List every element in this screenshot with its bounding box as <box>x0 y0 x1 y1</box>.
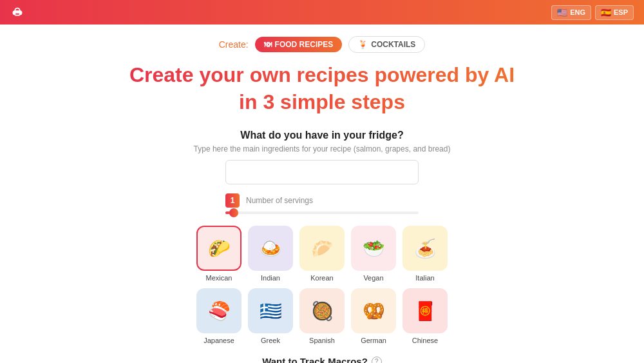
cuisine-row-1: 🌮 Mexican 🍛 Indian 🥟 Korean 🥗 <box>196 226 448 282</box>
cuisine-label-mexican: Mexican <box>206 274 232 282</box>
cocktail-icon: 🍹 <box>358 40 368 49</box>
macros-title: Want to Track Macros? ? <box>262 356 382 363</box>
servings-container: 1 Number of servings <box>225 193 419 214</box>
main-content: Create: 🍽 FOOD RECIPES 🍹 COCKTAILS Creat… <box>0 25 644 363</box>
cuisine-german[interactable]: 🥨 German <box>351 288 396 344</box>
fridge-title: What do you have in your fridge? <box>240 130 403 141</box>
header: 🇺🇸 ENG 🇪🇸 ESP <box>0 0 644 25</box>
fridge-input[interactable] <box>225 160 419 184</box>
cuisine-card-chinese[interactable]: 🧧 <box>402 288 448 333</box>
servings-header: 1 Number of servings <box>225 193 419 208</box>
mexican-icon: 🌮 <box>208 238 231 259</box>
greek-icon: 🇬🇷 <box>260 300 282 322</box>
cuisine-greek[interactable]: 🇬🇷 Greek <box>248 288 293 344</box>
italian-icon: 🍝 <box>414 238 437 259</box>
servings-slider-track[interactable] <box>225 211 419 214</box>
lang-esp-button[interactable]: 🇪🇸 ESP <box>595 5 634 20</box>
logo <box>10 5 24 19</box>
cuisine-label-german: German <box>361 337 386 344</box>
cuisine-spanish[interactable]: 🥘 Spanish <box>299 288 345 344</box>
cuisine-korean[interactable]: 🥟 Korean <box>299 226 345 282</box>
cocktails-button[interactable]: 🍹 COCKTAILS <box>348 36 425 53</box>
servings-label: Number of servings <box>246 196 313 205</box>
cocktails-label: COCKTAILS <box>371 40 415 49</box>
cuisine-grid: 🌮 Mexican 🍛 Indian 🥟 Korean 🥗 <box>196 226 448 344</box>
food-recipes-button[interactable]: 🍽 FOOD RECIPES <box>255 37 343 52</box>
cuisine-card-spanish[interactable]: 🥘 <box>299 288 345 333</box>
cuisine-label-italian: Italian <box>415 274 434 282</box>
macros-info-button[interactable]: ? <box>372 357 382 363</box>
chef-hat-icon <box>10 5 24 19</box>
japanese-icon: 🍣 <box>208 300 231 322</box>
cuisine-label-korean: Korean <box>310 274 333 282</box>
hero-title-line2: in 3 simple steps <box>239 90 405 113</box>
cuisine-card-indian[interactable]: 🍛 <box>248 226 293 271</box>
create-bar: Create: 🍽 FOOD RECIPES 🍹 COCKTAILS <box>219 36 426 53</box>
cuisine-label-greek: Greek <box>261 337 280 344</box>
slider-thumb <box>229 208 238 217</box>
esp-label: ESP <box>614 8 628 16</box>
cuisine-label-indian: Indian <box>261 274 280 282</box>
cuisine-label-japanese: Japanese <box>204 337 234 344</box>
language-switcher: 🇺🇸 ENG 🇪🇸 ESP <box>551 5 634 20</box>
vegan-icon: 🥗 <box>363 238 385 259</box>
cuisine-chinese[interactable]: 🧧 Chinese <box>402 288 448 344</box>
es-flag-icon: 🇪🇸 <box>601 8 611 17</box>
lang-eng-button[interactable]: 🇺🇸 ENG <box>551 5 591 20</box>
food-icon: 🍽 <box>264 40 272 49</box>
cuisine-card-mexican[interactable]: 🌮 <box>196 226 242 271</box>
us-flag-icon: 🇺🇸 <box>557 8 567 17</box>
macros-title-text: Want to Track Macros? <box>262 356 368 363</box>
cuisine-japanese[interactable]: 🍣 Japanese <box>196 288 242 344</box>
cuisine-card-vegan[interactable]: 🥗 <box>351 226 396 271</box>
cuisine-card-german[interactable]: 🥨 <box>351 288 396 333</box>
cuisine-row-2: 🍣 Japanese 🇬🇷 Greek 🥘 Spanish 🥨 <box>196 288 448 344</box>
hero-title-line1: Create your own recipes powered by AI <box>129 63 515 86</box>
cuisine-label-vegan: Vegan <box>363 274 383 282</box>
cuisine-italian[interactable]: 🍝 Italian <box>402 226 448 282</box>
create-label: Create: <box>219 39 249 50</box>
servings-number: 1 <box>225 193 240 208</box>
info-icon: ? <box>375 358 379 363</box>
chinese-icon: 🧧 <box>414 300 437 322</box>
fridge-subtitle: Type here the main ingredients for your … <box>194 144 451 153</box>
cuisine-card-italian[interactable]: 🍝 <box>402 226 448 271</box>
cuisine-indian[interactable]: 🍛 Indian <box>248 226 293 282</box>
eng-label: ENG <box>570 8 585 16</box>
indian-icon: 🍛 <box>260 238 282 259</box>
german-icon: 🥨 <box>363 300 385 322</box>
cuisine-label-spanish: Spanish <box>309 337 335 344</box>
cuisine-vegan[interactable]: 🥗 Vegan <box>351 226 396 282</box>
spanish-icon: 🥘 <box>311 300 334 322</box>
cuisine-card-korean[interactable]: 🥟 <box>299 226 345 271</box>
cuisine-label-chinese: Chinese <box>412 337 438 344</box>
macros-section: Want to Track Macros? ? <box>262 356 382 363</box>
cuisine-card-greek[interactable]: 🇬🇷 <box>248 288 293 333</box>
cuisine-card-japanese[interactable]: 🍣 <box>196 288 242 333</box>
korean-icon: 🥟 <box>311 238 334 259</box>
food-recipes-label: FOOD RECIPES <box>275 40 334 49</box>
hero-title: Create your own recipes powered by AI in… <box>129 62 515 115</box>
cuisine-mexican[interactable]: 🌮 Mexican <box>196 226 242 282</box>
